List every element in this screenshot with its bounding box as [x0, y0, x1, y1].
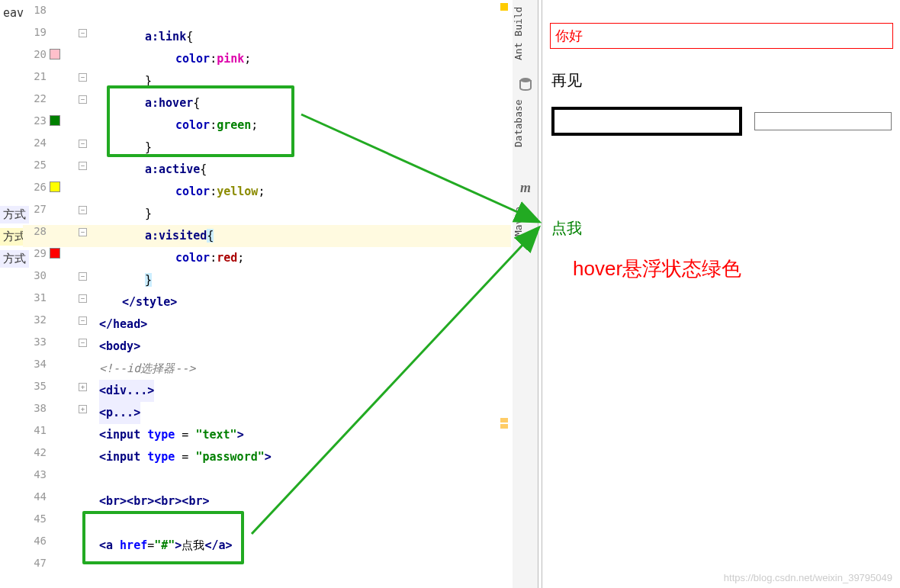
line-number: 18 [24, 4, 47, 16]
code-line: a:visited{ [145, 225, 214, 247]
cropped-text: eav [0, 5, 27, 21]
svg-point-0 [520, 78, 531, 82]
line-number: 38 [24, 402, 47, 414]
browser-preview: 你好 再见 点我 hover悬浮状态绿色 [542, 0, 900, 588]
line-number: 43 [24, 468, 47, 480]
database-icon [518, 76, 533, 92]
line-number: 47 [24, 557, 47, 569]
line-number: 41 [24, 424, 47, 436]
tab-maven[interactable]: Maven [513, 198, 538, 244]
line-number: 44 [24, 490, 47, 503]
fold-icon[interactable]: + [79, 405, 87, 413]
fold-icon[interactable]: − [79, 140, 87, 148]
scrollbar-marker[interactable] [500, 3, 508, 11]
code-line: } [145, 203, 152, 225]
code-line: <div...> [99, 380, 154, 402]
code-line: </style> [122, 291, 177, 313]
code-editor[interactable]: eav 方式 方式 方式 18 19 20 21 22 23 24 25 26 … [0, 0, 511, 588]
code-line: <!--id选择器--> [99, 358, 195, 380]
line-number: 28 [24, 225, 47, 237]
tool-window-bar: Ant Build Database m Maven [513, 0, 538, 588]
tab-ant-build[interactable]: Ant Build [513, 3, 538, 64]
code-line: </head> [99, 313, 147, 336]
code-line: color:pink; [175, 48, 251, 70]
line-number: 21 [24, 70, 47, 82]
indent [70, 26, 153, 48]
fold-icon[interactable]: − [79, 228, 87, 236]
fold-icon[interactable]: − [79, 73, 87, 82]
annotation-text: hover悬浮状态绿色 [573, 255, 741, 282]
code-line: <input type = "password"> [99, 446, 272, 468]
fold-icon[interactable]: − [79, 95, 87, 104]
line-number: 34 [24, 358, 47, 370]
line-number: 42 [24, 446, 47, 458]
watermark: https://blog.csdn.net/weixin_39795049 [724, 572, 892, 583]
line-number: 46 [24, 535, 47, 547]
code-line: a:active{ [145, 159, 207, 181]
preview-password-input[interactable] [754, 112, 892, 130]
annotation-box [107, 85, 294, 157]
line-number: 45 [24, 512, 47, 525]
color-swatch-red [50, 248, 60, 259]
scrollbar-marker[interactable] [500, 424, 508, 429]
code-line: <p...> [99, 402, 140, 424]
line-number: 31 [24, 291, 47, 304]
color-swatch-pink [50, 49, 60, 59]
fold-icon[interactable]: − [79, 272, 87, 281]
line-number: 20 [24, 48, 47, 60]
line-number: 26 [24, 181, 47, 193]
line-number: 33 [24, 336, 47, 348]
code-line: } [145, 269, 152, 291]
line-number: 25 [24, 159, 47, 171]
fold-icon[interactable]: − [79, 162, 87, 170]
fold-icon[interactable]: + [79, 383, 87, 391]
preview-link[interactable]: 点我 [551, 218, 582, 239]
fold-icon[interactable]: − [79, 339, 87, 347]
fold-icon[interactable]: − [79, 316, 87, 325]
line-number: 19 [24, 26, 47, 38]
color-swatch-green [50, 115, 60, 126]
line-number: 22 [24, 92, 47, 104]
maven-icon: m [518, 180, 533, 195]
line-number: 29 [24, 247, 47, 259]
scrollbar-marker[interactable] [500, 418, 508, 423]
line-number: 35 [24, 380, 47, 392]
code-line: <br><br><br><br> [99, 490, 210, 512]
code-line: <input type = "text"> [99, 424, 244, 446]
preview-hello[interactable]: 你好 [550, 23, 893, 49]
code-line: <body> [99, 336, 140, 358]
preview-bye: 再见 [551, 70, 582, 91]
line-number: 27 [24, 203, 47, 215]
line-number: 32 [24, 313, 47, 326]
annotation-box [82, 511, 244, 564]
tab-database[interactable]: Database [513, 93, 538, 154]
line-number: 23 [24, 114, 47, 127]
code-line: color:red; [175, 247, 244, 269]
current-line-highlight [23, 225, 511, 247]
line-number: 24 [24, 137, 47, 149]
line-number: 30 [24, 269, 47, 281]
code-line: color:yellow; [175, 181, 265, 203]
fold-icon[interactable]: − [79, 294, 87, 303]
color-swatch-yellow [50, 182, 60, 192]
preview-text-input[interactable] [551, 107, 742, 136]
fold-icon[interactable]: − [79, 206, 87, 214]
